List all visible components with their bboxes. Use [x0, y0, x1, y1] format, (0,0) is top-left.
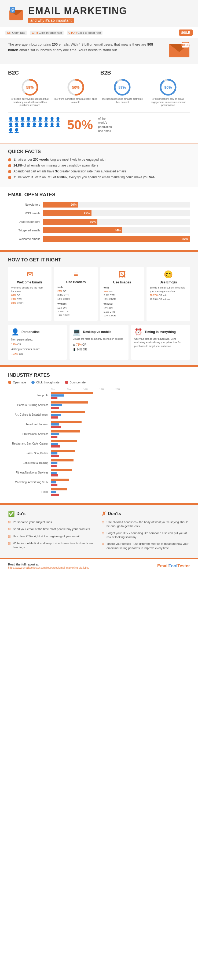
headers-icon: ≡ — [57, 270, 94, 278]
b2b-title: B2B — [101, 70, 190, 76]
axis-20: 20% — [115, 388, 131, 391]
x-icon-1: ☒ — [102, 520, 104, 525]
industry-title: Industry rates — [8, 372, 190, 378]
intro-text: The average inbox contains 200 emails. W… — [8, 42, 163, 53]
person-gray-9: 👤 — [8, 128, 13, 133]
svg-text:@: @ — [11, 8, 14, 12]
bar-newsletters: Newsletters 20% — [8, 202, 190, 208]
prof-ctr-bar — [51, 433, 59, 435]
ind-row-art: Art, Culture & Entertainment — [8, 411, 190, 418]
do-1: ☑ Personalise your subject lines — [8, 520, 96, 525]
quick-facts-section: Quick facts Emails under 200 words long … — [0, 143, 198, 187]
person-gray-1: 👤 — [38, 117, 43, 122]
do-2: ☑ Send your email at the time most peopl… — [8, 527, 96, 531]
how-card-desktop-mobile: 💻 Desktop vs mobile Emails are more comm… — [69, 325, 128, 360]
industry-legend: Open rate Click-through rate Bounce rate — [8, 381, 190, 384]
b2b-stat-1: 87% of organisations use email to distri… — [101, 79, 144, 107]
desktop-mobile-desc: Emails are more commonly opened on deskt… — [73, 337, 125, 341]
person-gray-2: 👤 — [43, 117, 49, 122]
header-subtitle: and why it's so important — [28, 18, 74, 23]
desktop-mobile-stats: 🖥 76% OR 📱 24% OR — [73, 342, 125, 352]
desktop-mobile-title: 💻 Desktop vs mobile — [73, 328, 125, 336]
glossary-or: OR Open rate — [5, 30, 27, 35]
legend-open-rate: Open rate — [8, 381, 26, 384]
how-section: How to get it right ✉ Welcome emails Wel… — [0, 251, 198, 365]
dos-icon: ✅ — [8, 511, 15, 517]
ind-row-nonprofit: Nonprofit — [8, 392, 190, 399]
fitness-bounce-bar — [51, 474, 58, 476]
open-rates-section: Email open rates Newsletters 20% RSS ema… — [0, 187, 198, 250]
person-orange-5: 👤 — [32, 117, 37, 122]
x-icon-2: ☒ — [102, 531, 104, 535]
bar-welcome: Welcome emails 82% — [8, 236, 190, 242]
do-4: ☑ Write for mobile first and keep it sho… — [8, 541, 96, 550]
check-icon-2: ☑ — [8, 527, 11, 531]
legend-dot-orange — [8, 381, 11, 384]
salon-ctr-bar — [51, 452, 57, 455]
art-ctr-bar — [51, 414, 61, 416]
legend-dot-blue — [31, 381, 35, 384]
b2c-stat-2: 50% buy from marketing emails at least o… — [54, 79, 97, 107]
ind-row-marketing: Marketing, Advertising & PR — [8, 479, 190, 486]
how-card-personalise: 👤 Personalise Non-personalised: 19% OR A… — [8, 325, 67, 360]
ind-row-retail: Retail — [8, 488, 190, 496]
footer-text: Read the full report at https://www.emai… — [8, 563, 89, 569]
person-orange-7: 👤 — [20, 122, 25, 127]
dos-column: ✅ Do's ☑ Personalise your subject lines … — [8, 511, 96, 553]
salon-open-bar — [51, 450, 75, 452]
person-orange-6: 👤 — [14, 122, 19, 127]
fact-2: 14.8% of all emails go missing or are ca… — [8, 164, 190, 167]
salon-bounce-bar — [51, 455, 59, 457]
emojis-icon: 😊 — [150, 270, 187, 279]
how-title: How to get it right — [8, 257, 190, 263]
ind-row-restaurant: Restaurant, Bar, Cafe, Caterer — [8, 440, 190, 447]
donts-column: ✗ Don'ts ☒ Use clickbait headlines - the… — [102, 511, 190, 553]
headers-card-title: Use headers — [57, 280, 94, 284]
b2c-stat-1: 59% of people surveyed responded that ma… — [8, 79, 52, 107]
quick-facts-title: Quick facts — [8, 149, 190, 154]
rest-ctr-bar — [51, 443, 58, 445]
fifty-text: of theworld'spopulationuse email — [98, 117, 112, 133]
envelope-icon: 808.B — [168, 42, 190, 59]
art-bounce-bar — [51, 417, 58, 418]
people-row: 👤 👤 👤 👤 👤 👤 👤 👤 👤 👤 👤 👤 👤 👤 👤 👤 👤 👤 👤 👤 … — [8, 112, 190, 137]
how-card-welcome: ✉ Welcome emails Welcome emails are the … — [8, 267, 51, 321]
glossary-ctr: CTR Click-through rate — [30, 30, 63, 35]
how-card-emojis: 😊 Use emojis Emojis in email subject lin… — [147, 267, 190, 321]
footer-section: Read the full report at https://www.emai… — [0, 558, 198, 573]
home-bounce-bar — [51, 407, 59, 409]
person-gray-10: 👤 — [14, 128, 19, 133]
desktop-icon: 💻 — [73, 328, 81, 336]
ind-row-consultant: Consultant & Training — [8, 459, 190, 467]
person-gray-3: 👤 — [50, 117, 55, 122]
b2c-circles: 59% of people surveyed responded that ma… — [8, 79, 97, 107]
person-orange-8: 👤 — [26, 122, 31, 127]
personalise-stats: Non-personalised: 19% OR Adding recipien… — [11, 337, 64, 356]
how-card-timing: ⏰ Timing is everything Use your data to … — [131, 325, 190, 360]
b2b-column: B2B 87% of organisations use email to di… — [101, 70, 190, 107]
footer-logo: EmailToolTester — [157, 563, 190, 568]
ind-row-salon: Salon, Spa, Barber — [8, 450, 190, 457]
axis-5: 5% — [67, 388, 83, 391]
b2b-stat-2: 90% of organisations rely on email engag… — [146, 79, 190, 107]
person-gray-7: 👤 — [50, 122, 55, 127]
header: @ EMAIL MARKETING and why it's so import… — [0, 0, 198, 27]
headers-stats: With 22% OR 3.3% CTR 14% CTOR Without 19… — [57, 286, 94, 317]
consult-bounce-bar — [51, 465, 57, 467]
timing-title: ⏰ Timing is everything — [134, 328, 187, 336]
consult-ctr-bar — [51, 462, 57, 464]
fact-3: Abandoned cart emails have 3x greater co… — [8, 169, 190, 173]
person-orange-2: 👤 — [14, 117, 19, 122]
home-open-bar — [51, 401, 88, 404]
timing-desc: Use your data to your advantage. Send ma… — [134, 337, 187, 348]
b2c-title: B2C — [8, 70, 97, 76]
footer-url[interactable]: https://www.emailtooltester.com/resource… — [8, 566, 89, 569]
donts-icon: ✗ — [102, 511, 106, 517]
check-icon-4: ☑ — [8, 542, 11, 546]
check-icon-3: ☑ — [8, 535, 11, 539]
glossary-ctor: CTOR Click-to-open rate — [67, 30, 102, 35]
emojis-stats: Emojis in email subject lines help your … — [150, 286, 187, 301]
legend-bounce: Bounce rate — [65, 381, 86, 384]
fact-bullet-1 — [8, 158, 11, 161]
b2b-circles: 87% of organisations use email to distri… — [101, 79, 190, 107]
